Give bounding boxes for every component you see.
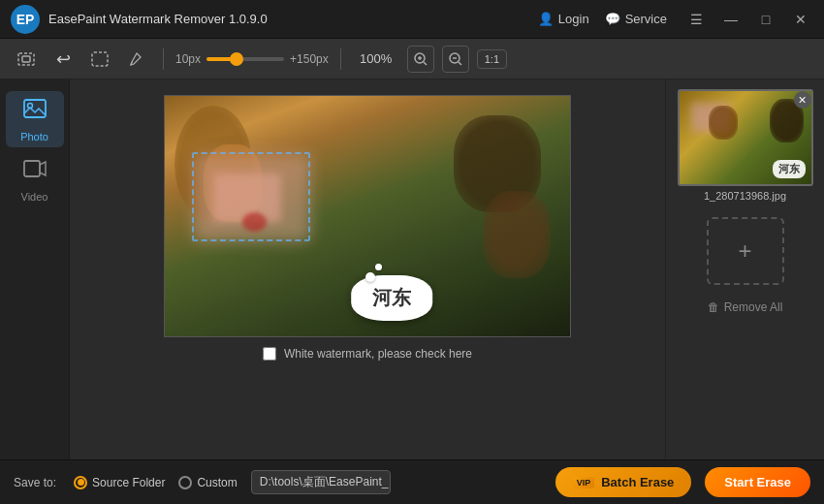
save-to-label: Save to: <box>14 476 56 489</box>
svg-rect-14 <box>24 161 40 176</box>
remove-all-button[interactable]: 🗑 Remove All <box>700 297 791 318</box>
brush-min-label: 10px <box>175 52 201 66</box>
watermark-text: 河东 <box>372 285 411 311</box>
canvas-area: 河东 White watermark, please check here <box>70 79 665 459</box>
select-rect-tool[interactable] <box>12 45 41 74</box>
video-icon <box>22 156 48 187</box>
batch-erase-button[interactable]: VIP Batch Erase <box>555 467 692 497</box>
image-canvas-container[interactable]: 河东 <box>164 95 571 337</box>
sidebar-item-video[interactable]: Video <box>6 151 64 207</box>
thumbnail-card: 河东 ✕ 1_280713968.jpg <box>678 89 813 202</box>
path-input[interactable] <box>252 472 391 493</box>
titlebar: EP EasePaint Watermark Remover 1.0.9.0 👤… <box>0 0 824 39</box>
path-input-group: ... <box>251 470 391 494</box>
photo-icon <box>22 96 48 127</box>
window-controls: ☰ — □ ✕ <box>682 6 814 33</box>
custom-option[interactable]: Custom <box>178 476 237 489</box>
vip-badge: VIP <box>573 477 595 488</box>
thumbnail-close-button[interactable]: ✕ <box>794 91 811 109</box>
toolbar-separator <box>163 48 164 70</box>
zoom-1to1-button[interactable]: 1:1 <box>477 49 507 69</box>
watermark-check-row: White watermark, please check here <box>263 347 472 361</box>
sidebar-item-photo[interactable]: Photo <box>6 91 64 147</box>
start-erase-button[interactable]: Start Erase <box>705 467 810 497</box>
thumbnail-filename: 1_280713968.jpg <box>678 190 813 202</box>
custom-radio[interactable] <box>178 476 192 489</box>
svg-line-10 <box>459 62 461 65</box>
login-label: Login <box>558 12 589 26</box>
white-watermark-label: White watermark, please check here <box>284 347 472 361</box>
svg-rect-12 <box>24 100 46 117</box>
zoom-in-button[interactable] <box>407 46 434 73</box>
source-folder-label: Source Folder <box>92 476 165 489</box>
brush-tool[interactable] <box>122 45 151 74</box>
login-nav-item[interactable]: 👤 Login <box>538 12 589 26</box>
lasso-tool[interactable] <box>85 45 114 74</box>
sidebar: Photo Video <box>0 79 70 459</box>
right-panel: 河东 ✕ 1_280713968.jpg + 🗑 Remove All <box>665 79 824 459</box>
trash-icon: 🗑 <box>708 300 719 314</box>
svg-rect-3 <box>22 56 30 62</box>
brush-max-label: +150px <box>290 52 329 66</box>
video-label: Video <box>21 191 48 203</box>
add-icon: + <box>738 237 751 265</box>
main-layout: Photo Video <box>0 79 824 459</box>
user-icon: 👤 <box>538 12 554 26</box>
toolbar: ↩ 10px +150px 100% 1:1 <box>0 39 824 79</box>
svg-rect-4 <box>92 52 108 66</box>
svg-text:EP: EP <box>16 12 35 27</box>
minimize-button[interactable]: — <box>717 6 745 33</box>
app-title: EasePaint Watermark Remover 1.0.9.0 <box>48 12 538 26</box>
add-more-button[interactable]: + <box>707 217 784 285</box>
undo-tool[interactable]: ↩ <box>48 45 78 74</box>
thumbnail-image: 河东 <box>678 89 813 186</box>
zoom-percent-label: 100% <box>357 51 396 66</box>
service-label: Service <box>625 12 667 26</box>
source-folder-radio[interactable] <box>74 476 87 489</box>
custom-label: Custom <box>197 476 237 489</box>
white-watermark-checkbox[interactable] <box>263 347 276 361</box>
svg-line-6 <box>424 62 427 65</box>
titlebar-nav: 👤 Login 💬 Service <box>538 12 667 26</box>
close-button[interactable]: ✕ <box>787 6 814 33</box>
svg-rect-2 <box>18 53 34 65</box>
canvas-image: 河东 <box>165 96 570 336</box>
menu-button[interactable]: ☰ <box>682 6 710 33</box>
toolbar-separator-2 <box>340 48 341 70</box>
bottom-bar: Save to: Source Folder Custom ... VIP Ba… <box>0 459 824 504</box>
maximize-button[interactable]: □ <box>752 6 779 33</box>
thumbnail-watermark-text: 河东 <box>773 160 806 178</box>
brush-size-control: 10px +150px <box>175 52 329 66</box>
zoom-out-button[interactable] <box>442 46 469 73</box>
remove-all-label: Remove All <box>724 300 783 314</box>
service-nav-item[interactable]: 💬 Service <box>605 12 667 26</box>
app-logo: EP <box>10 4 41 35</box>
photo-label: Photo <box>20 131 48 142</box>
chat-icon: 💬 <box>605 12 620 26</box>
source-folder-option[interactable]: Source Folder <box>74 476 165 489</box>
brush-size-slider[interactable] <box>206 57 284 61</box>
undo-icon: ↩ <box>56 48 71 70</box>
batch-erase-label: Batch Erase <box>601 475 674 489</box>
